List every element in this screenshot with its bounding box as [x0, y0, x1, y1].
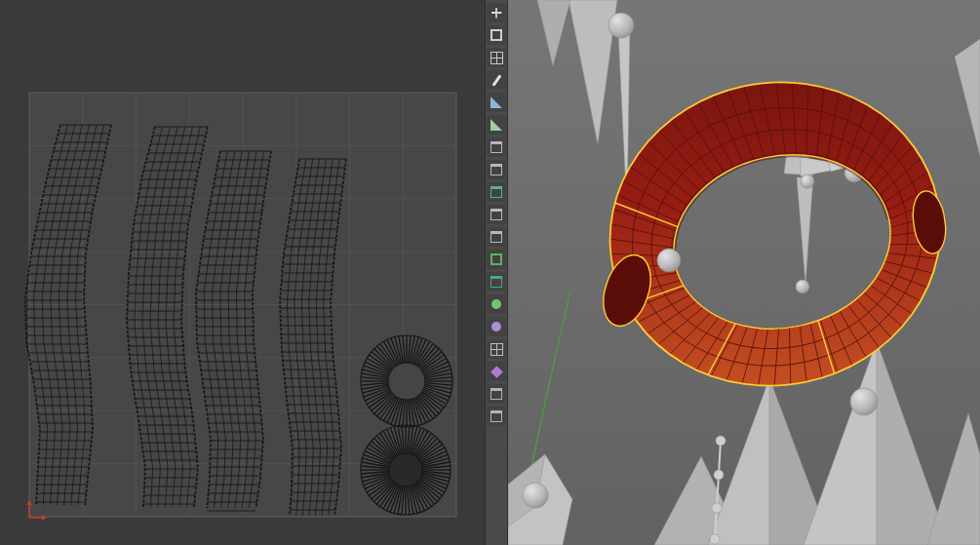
angle-ruler-tool-icon[interactable]: [487, 115, 506, 135]
joint-sphere[interactable]: [712, 503, 722, 513]
joint-sphere[interactable]: [710, 534, 720, 544]
select-tool-icon[interactable]: [487, 25, 506, 45]
container-teal-icon-glyph: [490, 186, 502, 198]
sphere-purple-icon[interactable]: [487, 317, 506, 336]
container-1-icon[interactable]: [487, 137, 506, 157]
container-4-icon-glyph: [490, 231, 502, 243]
rhombus-purple-icon[interactable]: [487, 362, 506, 381]
container-2-icon[interactable]: [487, 160, 506, 179]
sphere-object[interactable]: [796, 280, 809, 293]
sphere-object[interactable]: [608, 13, 634, 38]
uv-canvas[interactable]: [0, 0, 485, 545]
uv-editor-panel[interactable]: [0, 0, 485, 545]
container-1-icon-glyph: [490, 141, 502, 153]
cube-stack-icon[interactable]: [487, 339, 506, 359]
modeling-app-window: [0, 0, 980, 545]
crate-2-icon-glyph: [490, 410, 502, 422]
cube-stack-icon-glyph: [490, 343, 503, 356]
crate-1-icon-glyph: [490, 388, 502, 400]
container-4-icon[interactable]: [487, 227, 506, 247]
uv-shell-ring-1[interactable]: [361, 335, 452, 427]
container-teal-icon[interactable]: [487, 182, 506, 202]
crate-1-icon[interactable]: [487, 384, 506, 404]
perspective-viewport[interactable]: [508, 0, 980, 545]
viewport-toolbar: [485, 0, 508, 545]
set-square-tool-icon-glyph: [490, 97, 502, 108]
lattice-tool-icon[interactable]: [487, 48, 506, 67]
set-square-tool-icon[interactable]: [487, 93, 506, 112]
sphere-object[interactable]: [850, 388, 878, 415]
angle-ruler-tool-icon-glyph: [490, 119, 502, 131]
joint-sphere[interactable]: [714, 470, 724, 480]
viewport-canvas[interactable]: [508, 0, 980, 545]
tumble-tool-icon[interactable]: [487, 3, 506, 22]
sphere-purple-icon-glyph: [491, 322, 501, 331]
sphere-object[interactable]: [657, 249, 681, 272]
poly-cube-icon[interactable]: [487, 250, 506, 269]
joint-sphere[interactable]: [716, 436, 725, 446]
fill-teal-icon-glyph: [490, 276, 502, 288]
crate-2-icon[interactable]: [487, 407, 506, 426]
sphere-object[interactable]: [801, 175, 814, 188]
container-2-icon-glyph: [490, 164, 502, 175]
tumble-tool-icon-glyph: [491, 8, 502, 19]
select-tool-icon-glyph: [490, 29, 502, 41]
container-3-icon[interactable]: [487, 205, 506, 224]
rhombus-purple-icon-glyph: [490, 366, 503, 378]
pencil-tool-icon-glyph: [491, 74, 501, 86]
sphere-object[interactable]: [523, 483, 548, 508]
lattice-tool-icon-glyph: [490, 52, 503, 64]
sphere-green-icon-glyph: [491, 299, 501, 309]
poly-cube-icon-glyph: [490, 253, 502, 265]
pencil-tool-icon[interactable]: [487, 70, 506, 90]
fill-teal-icon[interactable]: [487, 272, 506, 292]
uv-shell-ring-2[interactable]: [361, 425, 451, 515]
container-3-icon-glyph: [490, 209, 502, 220]
sphere-green-icon[interactable]: [487, 294, 506, 314]
